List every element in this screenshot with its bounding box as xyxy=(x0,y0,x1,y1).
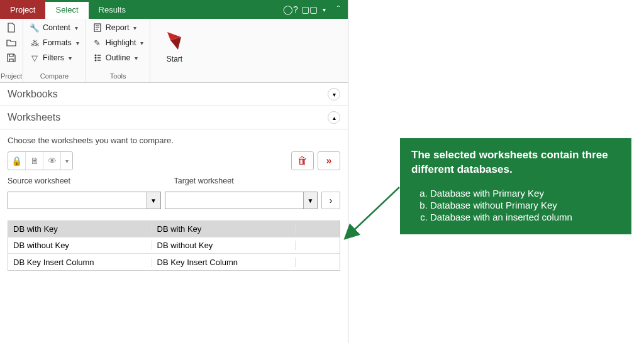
worksheet-selectors: ▼ ▼ › xyxy=(8,192,340,209)
worksheets-toggle[interactable]: ▴ xyxy=(328,111,340,124)
lock-icon[interactable]: 🔒 xyxy=(8,152,26,170)
callout-item: Database without Primary Key xyxy=(430,199,620,211)
column-labels: Source worksheet Target worksheet xyxy=(8,177,340,185)
formats-label: Formats xyxy=(43,38,72,47)
source-cell: DB with Key xyxy=(8,224,152,234)
target-cell: DB Key Insert Column xyxy=(152,258,296,267)
worksheets-panel: Worksheets ▴ xyxy=(0,106,348,129)
dropdown-icon: ▾ xyxy=(140,40,143,46)
content-label: Content xyxy=(43,23,70,32)
chevron-down-icon: ▾ xyxy=(333,91,336,98)
dropdown-icon: ▾ xyxy=(133,24,136,31)
worksheets-content: Choose the worksheets you want to compar… xyxy=(0,129,348,278)
ribbon-group-start: Start xyxy=(150,19,198,82)
open-project-button[interactable] xyxy=(4,36,19,49)
filters-label: Filters xyxy=(43,53,64,62)
delete-button[interactable]: 🗑 xyxy=(291,151,314,170)
ribbon: Project 🔧 Content ▾ ⁂ Formats ▾ ▽ xyxy=(0,19,348,83)
table-row[interactable]: DB with KeyDB with Key xyxy=(8,221,340,237)
target-worksheet-input[interactable] xyxy=(165,192,304,209)
workbooks-title: Workbooks xyxy=(8,89,58,100)
ribbon-group-tools: Report ▾ ✎ Highlight ▾ Outline ▾ xyxy=(86,19,151,82)
tab-select[interactable]: Select xyxy=(45,0,88,19)
dropdown-icon: ▾ xyxy=(135,55,138,62)
worksheet-table: DB with KeyDB with KeyDB without KeyDB w… xyxy=(8,220,340,271)
dropdown-icon: ▾ xyxy=(75,24,78,31)
layout-dropdown-icon[interactable]: ▾ xyxy=(319,0,329,19)
svg-point-2 xyxy=(94,57,96,59)
annotation-callout: The selected worksheets contain three di… xyxy=(400,138,631,234)
chevron-up-icon: ▴ xyxy=(333,114,336,121)
ribbon-group-compare: 🔧 Content ▾ ⁂ Formats ▾ ▽ Filters ▾ xyxy=(23,19,86,82)
source-cell: DB without Key xyxy=(8,241,152,250)
svg-point-1 xyxy=(94,55,96,57)
callout-item: Database with Primary Key xyxy=(430,187,620,199)
save-project-button[interactable] xyxy=(4,52,19,64)
outline-button[interactable]: Outline ▾ xyxy=(90,52,147,64)
worksheets-title: Worksheets xyxy=(8,112,60,123)
app-window: Project Select Results ◯? ▢▢ ▾ ˆ xyxy=(0,0,348,343)
dropdown-icon: ▾ xyxy=(69,55,72,62)
folder-open-icon xyxy=(6,38,16,48)
ribbon-group-label-empty xyxy=(150,71,198,82)
titlebar-spacer xyxy=(136,0,281,19)
save-icon xyxy=(6,53,16,63)
tab-project[interactable]: Project xyxy=(0,0,45,19)
start-label: Start xyxy=(167,55,182,63)
callout-list: Database with Primary KeyDatabase withou… xyxy=(411,187,620,223)
help-icon[interactable]: ◯? xyxy=(281,0,300,19)
svg-line-4 xyxy=(353,187,399,231)
ribbon-group-project: Project xyxy=(0,19,23,82)
table-row[interactable]: DB Key Insert ColumnDB Key Insert Column xyxy=(8,254,340,270)
wrench-icon: 🔧 xyxy=(30,23,40,33)
report-icon xyxy=(92,23,103,33)
trash-icon: 🗑 xyxy=(297,155,308,166)
double-chevron-right-icon: » xyxy=(326,155,332,166)
report-button[interactable]: Report ▾ xyxy=(90,21,147,34)
layout-icon[interactable]: ▢▢ xyxy=(300,0,319,19)
ribbon-group-label-project: Project xyxy=(0,71,23,82)
source-worksheet-combo[interactable]: ▼ xyxy=(8,192,161,209)
ribbon-group-label-tools: Tools xyxy=(86,71,150,82)
filters-button[interactable]: ▽ Filters ▾ xyxy=(27,52,82,64)
collapse-ribbon-icon[interactable]: ˆ xyxy=(329,0,348,19)
source-worksheet-input[interactable] xyxy=(8,192,147,209)
highlight-button[interactable]: ✎ Highlight ▾ xyxy=(90,36,147,49)
content-button[interactable]: 🔧 Content ▾ xyxy=(27,21,82,34)
highlight-icon: ✎ xyxy=(92,38,103,48)
formats-icon: ⁂ xyxy=(30,38,40,48)
start-button[interactable]: Start xyxy=(154,26,194,65)
table-row[interactable]: DB without KeyDB without Key xyxy=(8,237,340,254)
workbooks-panel: Workbooks ▾ xyxy=(0,83,348,106)
add-pair-button[interactable]: › xyxy=(321,192,340,209)
start-icon xyxy=(163,30,186,52)
locked-dropdown-icon[interactable]: ▾ xyxy=(61,152,72,170)
target-column-label: Target worksheet xyxy=(174,177,341,185)
target-worksheet-combo[interactable]: ▼ xyxy=(165,192,318,209)
eye-off-icon[interactable]: 👁 xyxy=(43,152,61,170)
apply-all-button[interactable]: » xyxy=(318,151,340,170)
instruction-text: Choose the worksheets you want to compar… xyxy=(8,136,340,145)
highlight-label: Highlight xyxy=(106,38,136,47)
source-column-label: Source worksheet xyxy=(8,177,174,185)
annotation-arrow xyxy=(349,187,406,244)
chevron-right-icon: › xyxy=(330,195,333,205)
funnel-icon: ▽ xyxy=(30,53,40,63)
new-project-button[interactable] xyxy=(4,21,19,34)
worksheet-toolbar: 🔒 🗎 👁 ▾ 🗑 » xyxy=(8,151,340,170)
callout-item: Database with an inserted column xyxy=(430,211,620,223)
outline-label: Outline xyxy=(106,53,131,62)
locked-actions: 🔒 🗎 👁 ▾ xyxy=(8,151,73,170)
target-dropdown-icon[interactable]: ▼ xyxy=(303,192,317,209)
target-cell: DB without Key xyxy=(152,241,296,250)
report-label: Report xyxy=(106,23,130,32)
source-dropdown-icon[interactable]: ▼ xyxy=(147,192,160,209)
workbooks-toggle[interactable]: ▾ xyxy=(328,88,340,101)
tab-results[interactable]: Results xyxy=(89,0,136,19)
target-cell: DB with Key xyxy=(152,224,296,234)
outline-icon xyxy=(92,53,103,63)
formats-button[interactable]: ⁂ Formats ▾ xyxy=(27,36,82,49)
copy-sheet-icon[interactable]: 🗎 xyxy=(26,152,43,170)
ribbon-group-label-compare: Compare xyxy=(23,71,86,82)
callout-headline: The selected worksheets contain three di… xyxy=(411,148,620,177)
